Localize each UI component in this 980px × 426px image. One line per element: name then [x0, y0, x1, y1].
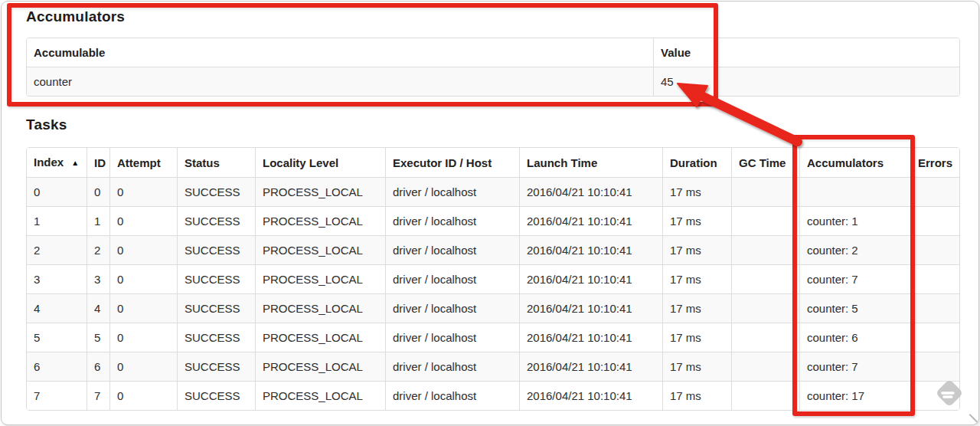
table-cell: 3: [87, 264, 109, 293]
table-cell: 2016/04/21 10:10:41: [519, 177, 662, 206]
table-cell: PROCESS_LOCAL: [255, 177, 385, 206]
table-cell: 17 ms: [662, 264, 731, 293]
table-cell: counter: 2: [799, 235, 910, 264]
task-row: 110SUCCESSPROCESS_LOCALdriver / localhos…: [27, 206, 960, 235]
table-cell: 3: [27, 264, 87, 293]
column-header-accumulators[interactable]: Accumulators: [799, 148, 910, 177]
table-cell: [731, 323, 799, 352]
table-cell: 2016/04/21 10:10:41: [519, 352, 662, 381]
table-cell: 17 ms: [662, 235, 731, 264]
table-cell: 0: [109, 323, 177, 352]
task-row: 000SUCCESSPROCESS_LOCALdriver / localhos…: [27, 177, 960, 206]
table-cell: [910, 323, 960, 352]
table-cell: 0: [109, 381, 177, 410]
task-row: 770SUCCESSPROCESS_LOCALdriver / localhos…: [27, 381, 960, 410]
spark-ui-screenshot-frame: Accumulators Accumulable Value counter45…: [1, 1, 979, 425]
column-header-executor-id-host[interactable]: Executor ID / Host: [385, 148, 519, 177]
task-row: 330SUCCESSPROCESS_LOCALdriver / localhos…: [27, 264, 960, 293]
table-cell: driver / localhost: [385, 381, 519, 410]
table-cell: [731, 235, 799, 264]
column-header-index-label: Index: [34, 156, 64, 169]
column-header-locality-level[interactable]: Locality Level: [255, 148, 385, 177]
task-row: 220SUCCESSPROCESS_LOCALdriver / localhos…: [27, 235, 960, 264]
table-cell: driver / localhost: [385, 264, 519, 293]
table-cell: 2016/04/21 10:10:41: [519, 323, 662, 352]
table-cell: PROCESS_LOCAL: [255, 352, 385, 381]
table-cell: driver / localhost: [385, 235, 519, 264]
table-cell: 4: [27, 293, 87, 323]
table-cell: [910, 264, 960, 293]
accumulators-section-heading: Accumulators: [26, 8, 125, 25]
table-cell: 5: [87, 323, 109, 352]
column-header-status[interactable]: Status: [177, 148, 255, 177]
table-cell: [731, 264, 799, 293]
table-cell: driver / localhost: [385, 177, 519, 206]
table-cell: driver / localhost: [385, 206, 519, 235]
table-cell: counter: 1: [799, 206, 910, 235]
column-header-id[interactable]: ID: [87, 148, 109, 177]
table-cell: PROCESS_LOCAL: [255, 381, 385, 410]
table-cell: 1: [87, 206, 109, 235]
table-cell: 0: [27, 177, 87, 206]
table-cell: [799, 177, 910, 206]
table-cell: 0: [109, 293, 177, 323]
table-cell: 0: [87, 177, 109, 206]
table-cell: 0: [109, 177, 177, 206]
table-cell: SUCCESS: [177, 206, 255, 235]
column-header-value[interactable]: Value: [653, 38, 960, 67]
table-cell: driver / localhost: [385, 323, 519, 352]
table-cell: [910, 381, 960, 410]
table-cell: [731, 206, 799, 235]
table-cell: 6: [87, 352, 109, 381]
table-cell: 7: [87, 381, 109, 410]
column-header-duration[interactable]: Duration: [662, 148, 731, 177]
column-header-accumulable[interactable]: Accumulable: [27, 38, 653, 67]
column-header-errors[interactable]: Errors: [910, 148, 960, 177]
tasks-section-heading: Tasks: [26, 116, 67, 133]
table-cell: SUCCESS: [177, 352, 255, 381]
table-cell: 0: [109, 352, 177, 381]
table-cell: [910, 235, 960, 264]
table-cell: 45: [653, 67, 960, 96]
table-cell: [910, 206, 960, 235]
table-cell: [731, 293, 799, 323]
accumulable-row: counter45: [27, 67, 960, 96]
table-cell: PROCESS_LOCAL: [255, 323, 385, 352]
table-cell: 17 ms: [662, 206, 731, 235]
column-header-attempt[interactable]: Attempt: [109, 148, 177, 177]
column-header-index[interactable]: Index▲: [27, 148, 87, 177]
table-cell: driver / localhost: [385, 293, 519, 323]
accumulables-table: Accumulable Value counter45: [26, 38, 960, 97]
table-cell: SUCCESS: [177, 381, 255, 410]
table-cell: 17 ms: [662, 177, 731, 206]
column-header-gc-time[interactable]: GC Time: [731, 148, 799, 177]
table-cell: SUCCESS: [177, 264, 255, 293]
table-cell: 2016/04/21 10:10:41: [519, 293, 662, 323]
table-cell: SUCCESS: [177, 235, 255, 264]
table-cell: counter: 5: [799, 293, 910, 323]
table-cell: 2: [27, 235, 87, 264]
table-cell: [731, 381, 799, 410]
sort-ascending-icon: ▲: [71, 159, 79, 167]
table-cell: PROCESS_LOCAL: [255, 235, 385, 264]
table-cell: 0: [109, 235, 177, 264]
table-cell: counter: 7: [799, 352, 910, 381]
tasks-header-row: Index▲ ID Attempt Status Locality Level …: [27, 148, 960, 177]
task-row: 440SUCCESSPROCESS_LOCALdriver / localhos…: [27, 293, 960, 323]
page-corner-curl-decoration: [969, 414, 978, 423]
table-cell: SUCCESS: [177, 323, 255, 352]
table-cell: 2: [87, 235, 109, 264]
table-cell: 17 ms: [662, 323, 731, 352]
column-header-launch-time[interactable]: Launch Time: [519, 148, 662, 177]
table-cell: 2016/04/21 10:10:41: [519, 264, 662, 293]
table-cell: counter: 17: [799, 381, 910, 410]
table-cell: 0: [109, 264, 177, 293]
table-cell: 6: [27, 352, 87, 381]
table-cell: counter: [27, 67, 653, 96]
table-cell: 7: [27, 381, 87, 410]
table-cell: 2016/04/21 10:10:41: [519, 206, 662, 235]
table-cell: PROCESS_LOCAL: [255, 206, 385, 235]
table-cell: 5: [27, 323, 87, 352]
table-cell: [731, 352, 799, 381]
table-cell: counter: 6: [799, 323, 910, 352]
